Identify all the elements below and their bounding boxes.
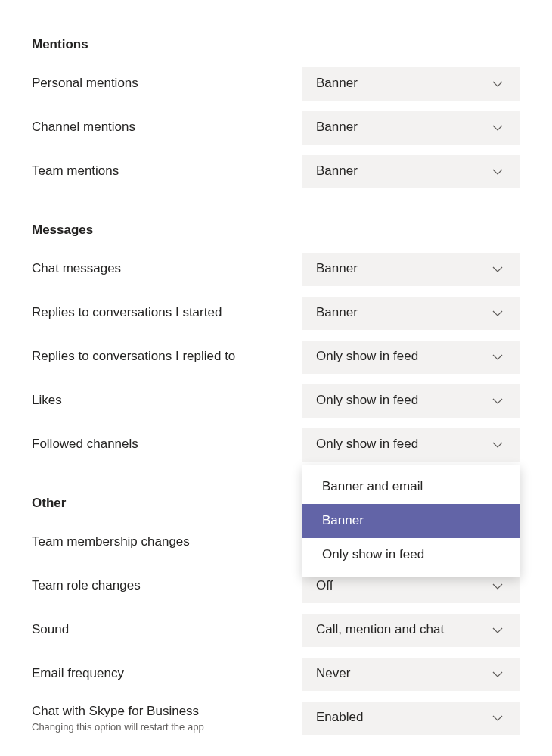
chevron-down-icon [488,75,507,93]
label-replies-replied: Replies to conversations I replied to [32,348,283,366]
dropdown-email-frequency[interactable]: Never [302,658,520,691]
dropdown-team-mentions[interactable]: Banner [302,155,520,188]
row-followed-channels: Followed channels Only show in feed Bann… [32,428,520,462]
dropdown-personal-mentions[interactable]: Banner [302,67,520,101]
row-chat-skype: Chat with Skype for Business Changing th… [32,702,520,735]
chevron-down-icon [488,163,507,181]
dropdown-chat-messages[interactable]: Banner [302,253,520,286]
dropdown-option-banner[interactable]: Banner [302,504,520,538]
row-replies-replied: Replies to conversations I replied to On… [32,341,520,374]
section-header-messages: Messages [32,222,520,239]
row-replies-started: Replies to conversations I started Banne… [32,297,520,330]
dropdown-value: Only show in feed [316,436,418,453]
label-team-mentions: Team mentions [32,163,283,180]
chevron-down-icon [488,392,507,410]
dropdown-likes[interactable]: Only show in feed [302,384,520,418]
row-channel-mentions: Channel mentions Banner [32,111,520,145]
label-team-role-changes: Team role changes [32,577,283,595]
dropdown-value: Enabled [316,709,363,726]
dropdown-channel-mentions[interactable]: Banner [302,111,520,145]
chevron-down-icon [488,304,507,322]
label-chat-skype: Chat with Skype for Business [32,703,283,720]
dropdown-value: Never [316,665,350,683]
dropdown-value: Call, mention and chat [316,621,444,639]
dropdown-sound[interactable]: Call, mention and chat [302,614,520,647]
row-likes: Likes Only show in feed [32,384,520,418]
dropdown-value: Banner [316,260,358,278]
chevron-down-icon [488,119,507,137]
chevron-down-icon [488,621,507,639]
dropdown-value: Banner [316,163,358,180]
label-chat-messages: Chat messages [32,260,283,278]
dropdown-option-only-show-in-feed[interactable]: Only show in feed [302,538,520,572]
dropdown-value: Banner [316,75,358,92]
dropdown-followed-channels[interactable]: Only show in feed Banner and email Banne… [302,428,520,462]
label-team-membership-changes: Team membership changes [32,534,283,551]
dropdown-option-banner-and-email[interactable]: Banner and email [302,470,520,504]
dropdown-replies-started[interactable]: Banner [302,297,520,330]
row-team-mentions: Team mentions Banner [32,155,520,188]
chevron-down-icon [488,577,507,596]
dropdown-value: Only show in feed [316,392,418,409]
row-personal-mentions: Personal mentions Banner [32,67,520,101]
label-email-frequency: Email frequency [32,665,283,683]
chevron-down-icon [488,436,507,454]
row-chat-messages: Chat messages Banner [32,253,520,286]
dropdown-value: Off [316,577,333,595]
row-email-frequency: Email frequency Never [32,658,520,691]
dropdown-value: Banner [316,119,358,136]
chevron-down-icon [488,348,507,366]
label-followed-channels: Followed channels [32,436,283,453]
dropdown-menu-followed-channels: Banner and email Banner Only show in fee… [302,465,520,577]
dropdown-value: Only show in feed [316,348,418,366]
label-sound: Sound [32,621,283,639]
dropdown-replies-replied[interactable]: Only show in feed [302,341,520,374]
chevron-down-icon [488,260,507,278]
section-mentions: Mentions Personal mentions Banner Channe… [32,36,520,188]
row-sound: Sound Call, mention and chat [32,614,520,647]
label-channel-mentions: Channel mentions [32,119,283,136]
section-messages: Messages Chat messages Banner Replies to… [32,222,520,462]
chevron-down-icon [488,665,507,683]
sublabel-chat-skype: Changing this option will restart the ap… [32,720,283,734]
dropdown-value: Banner [316,304,358,322]
label-personal-mentions: Personal mentions [32,75,283,92]
label-replies-started: Replies to conversations I started [32,304,283,322]
label-likes: Likes [32,392,283,409]
dropdown-chat-skype[interactable]: Enabled [302,702,520,735]
section-header-mentions: Mentions [32,36,520,54]
chevron-down-icon [488,709,507,727]
